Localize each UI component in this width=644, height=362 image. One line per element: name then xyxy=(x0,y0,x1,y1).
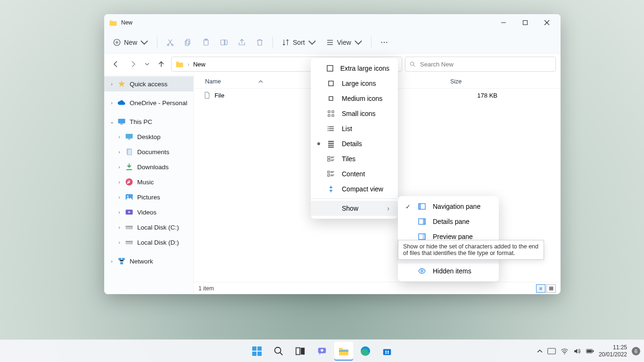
task-view-button[interactable] xyxy=(291,342,310,361)
show-option-navigation-pane[interactable]: ✓Navigation pane xyxy=(398,199,499,214)
menu-label: Tiles xyxy=(342,155,355,163)
column-size[interactable]: Size xyxy=(450,78,462,85)
compact-icon xyxy=(327,185,335,193)
sort-button[interactable]: Sort xyxy=(278,34,320,50)
svg-rect-31 xyxy=(122,258,125,260)
taskbar[interactable]: 11:25 20/01/2022 6 xyxy=(0,339,644,362)
forward-button[interactable] xyxy=(126,57,140,71)
svg-point-58 xyxy=(275,347,281,353)
nav-item-this-pc[interactable]: ⌄This PC xyxy=(104,114,193,129)
view-option-medium-icons[interactable]: Medium icons xyxy=(311,91,398,106)
nav-item-local-disk-d-[interactable]: ›Local Disk (D:) xyxy=(104,235,193,250)
file-size: 178 KB xyxy=(450,92,497,99)
maximize-button[interactable] xyxy=(514,15,536,30)
minimize-button[interactable] xyxy=(493,15,514,30)
nav-item-onedrive-personal[interactable]: ›OneDrive - Personal xyxy=(104,95,193,110)
notification-badge[interactable]: 6 xyxy=(632,347,640,355)
expand-icon[interactable]: › xyxy=(116,239,123,245)
system-tray[interactable]: 11:25 20/01/2022 6 xyxy=(537,344,640,358)
keyboard-icon[interactable] xyxy=(547,348,556,354)
taskbar-search-button[interactable] xyxy=(269,342,288,361)
view-menu[interactable]: Extra large iconsLarge iconsMedium icons… xyxy=(311,58,398,219)
status-bar: 1 item ≡ ▦ xyxy=(194,282,561,294)
svg-rect-63 xyxy=(339,350,348,352)
up-button[interactable] xyxy=(154,57,168,71)
expand-icon[interactable]: › xyxy=(116,134,123,140)
show-option-hidden-items[interactable]: Hidden items xyxy=(398,263,499,279)
expand-icon[interactable]: › xyxy=(116,179,123,185)
view-option-show[interactable]: Show› xyxy=(311,201,398,216)
delete-button[interactable] xyxy=(252,34,268,50)
nav-item-music[interactable]: ›Music xyxy=(104,174,193,189)
tray-overflow-icon[interactable] xyxy=(537,348,543,354)
expand-icon[interactable]: › xyxy=(116,224,123,230)
start-button[interactable] xyxy=(248,342,266,361)
clock[interactable]: 11:25 20/01/2022 xyxy=(599,344,627,358)
view-option-extra-large-icons[interactable]: Extra large icons xyxy=(311,61,398,76)
edge-button[interactable] xyxy=(356,342,375,361)
column-name[interactable]: Name xyxy=(205,78,221,85)
expand-icon[interactable]: › xyxy=(116,149,123,155)
show-option-details-pane[interactable]: Details pane xyxy=(398,214,499,229)
expand-icon[interactable]: › xyxy=(108,100,116,106)
copy-button[interactable] xyxy=(180,34,196,50)
new-button[interactable]: New xyxy=(109,34,152,50)
view-option-content[interactable]: Content xyxy=(311,166,398,181)
expand-icon[interactable]: › xyxy=(108,258,116,264)
view-option-details[interactable]: Details xyxy=(311,136,398,151)
close-button[interactable] xyxy=(536,15,558,30)
paste-button[interactable] xyxy=(198,34,214,50)
wifi-icon[interactable] xyxy=(561,348,569,354)
svg-rect-44 xyxy=(328,159,330,161)
nav-label: Local Disk (C:) xyxy=(137,224,179,231)
chat-button[interactable] xyxy=(313,342,331,361)
search-placeholder: Search New xyxy=(420,61,454,68)
panel-left-icon xyxy=(418,202,426,211)
share-icon xyxy=(238,38,246,47)
view-option-large-icons[interactable]: Large icons xyxy=(311,76,398,91)
battery-icon[interactable] xyxy=(586,348,594,354)
tooltip-text: Show or hide the set of characters added… xyxy=(403,243,538,256)
file-explorer-taskbar-button[interactable] xyxy=(334,342,353,361)
svg-rect-33 xyxy=(327,66,333,71)
expand-icon[interactable]: › xyxy=(116,194,123,200)
back-button[interactable] xyxy=(109,57,123,71)
lines-icon xyxy=(327,140,335,148)
expand-icon[interactable]: ⌄ xyxy=(108,119,116,125)
volume-icon[interactable] xyxy=(573,348,581,354)
nav-item-local-disk-c-[interactable]: ›Local Disk (C:) xyxy=(104,220,193,235)
more-icon xyxy=(380,38,388,47)
recent-button[interactable] xyxy=(143,57,151,71)
nav-item-videos[interactable]: ›Videos xyxy=(104,205,193,220)
titlebar[interactable]: New xyxy=(104,14,561,31)
nav-label: Videos xyxy=(137,209,157,216)
expand-icon[interactable]: › xyxy=(116,164,123,170)
nav-item-downloads[interactable]: ›Downloads xyxy=(104,159,193,174)
view-option-compact-view[interactable]: Compact view xyxy=(311,181,398,197)
nav-item-network[interactable]: ›Network xyxy=(104,254,193,269)
more-button[interactable] xyxy=(376,34,392,50)
expand-icon[interactable]: › xyxy=(108,81,116,87)
svg-rect-54 xyxy=(252,346,256,351)
svg-rect-48 xyxy=(419,204,421,209)
view-button[interactable]: View xyxy=(322,34,366,50)
expand-icon[interactable]: › xyxy=(116,209,123,215)
view-option-tiles[interactable]: Tiles xyxy=(311,151,398,166)
cut-button[interactable] xyxy=(162,34,178,50)
new-label: New xyxy=(124,39,137,46)
view-option-small-icons[interactable]: Small icons xyxy=(311,106,398,121)
thumbnails-view-icon[interactable]: ▦ xyxy=(546,284,556,293)
show-submenu[interactable]: ✓Navigation paneDetails panePreview pane… xyxy=(398,196,499,281)
rename-button[interactable] xyxy=(216,34,232,50)
navigation-pane[interactable]: ›Quick access›OneDrive - Personal⌄This P… xyxy=(104,74,194,294)
nav-item-quick-access[interactable]: ›Quick access xyxy=(104,76,193,91)
nav-item-desktop[interactable]: ›Desktop xyxy=(104,129,193,144)
store-button[interactable] xyxy=(378,342,396,361)
nav-item-pictures[interactable]: ›Pictures xyxy=(104,189,193,205)
search-box[interactable]: Search New xyxy=(405,57,556,72)
view-option-list[interactable]: List xyxy=(311,121,398,136)
nav-item-documents[interactable]: ›Documents xyxy=(104,144,193,159)
separator xyxy=(272,37,273,48)
share-button[interactable] xyxy=(234,34,250,50)
details-view-icon[interactable]: ≡ xyxy=(536,284,545,293)
